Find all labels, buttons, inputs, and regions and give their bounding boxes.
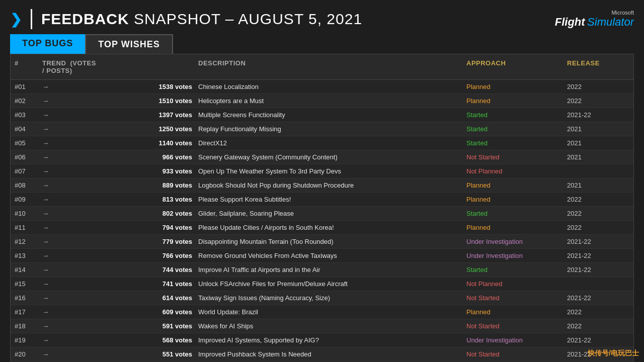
table-row: #08 → 889 votes Logbook Should Not Pop d…	[11, 178, 633, 193]
cell-approach: Started	[462, 138, 563, 148]
cell-release: 2021-22	[563, 110, 633, 120]
cell-trend: →	[38, 124, 94, 134]
cell-votes: 614 votes	[94, 293, 194, 303]
cell-votes: 779 votes	[94, 237, 194, 246]
cell-num: #16	[11, 293, 38, 303]
cell-num: #03	[11, 110, 38, 120]
cell-trend: →	[38, 96, 94, 106]
cell-num: #13	[11, 251, 38, 260]
table-body: #01 → 1538 votes Chinese Localization Pl…	[11, 80, 633, 362]
cell-votes: 744 votes	[94, 265, 194, 275]
cell-approach: Not Planned	[462, 166, 563, 176]
chevron-icon: ❯	[10, 11, 22, 28]
logo-microsoft: Microsoft	[555, 10, 634, 16]
cell-num: #12	[11, 237, 38, 246]
cell-trend: →	[38, 180, 94, 190]
logo-text: Microsoft Flight Simulator	[555, 10, 634, 29]
cell-num: #18	[11, 321, 38, 331]
cell-approach: Under Investigation	[462, 335, 563, 345]
table-row: #10 → 802 votes Glider, Sailplane, Soari…	[11, 207, 633, 221]
cell-num: #02	[11, 96, 38, 106]
cell-approach: Planned	[462, 223, 563, 232]
table-row: #06 → 966 votes Scenery Gateway System (…	[11, 150, 633, 164]
cell-desc: Replay Functionality Missing	[194, 124, 462, 134]
watermark: 快传号/电玩巴士	[588, 349, 639, 358]
table-row: #20 → 551 votes Improved Pushback System…	[11, 347, 633, 361]
cell-approach: Started	[462, 209, 563, 218]
cell-votes: 1510 votes	[94, 96, 194, 106]
cell-desc: Helicopters are a Must	[194, 96, 462, 106]
cell-release	[563, 170, 633, 172]
cell-votes: 889 votes	[94, 180, 194, 190]
table-row: #15 → 741 votes Unlock FSArchive Files f…	[11, 277, 633, 291]
cell-approach: Started	[462, 124, 563, 134]
col-num: #	[11, 58, 38, 75]
table-row: #09 → 813 votes Please Support Korea Sub…	[11, 193, 633, 207]
cell-desc: Improve AI Traffic at Airports and in th…	[194, 265, 462, 275]
cell-num: #20	[11, 349, 38, 359]
col-desc: DESCRIPTION	[194, 58, 462, 75]
tabs-row: TOP BUGS TOP WISHES	[0, 34, 644, 54]
cell-trend: →	[38, 321, 94, 331]
cell-num: #14	[11, 265, 38, 275]
table-row: #02 → 1510 votes Helicopters are a Must …	[11, 94, 633, 108]
cell-desc: Improved Pushback System Is Needed	[194, 349, 462, 359]
table-row: #05 → 1140 votes DirectX12 Started 2021	[11, 136, 633, 150]
cell-release: 2022	[563, 82, 633, 92]
cell-release: 2021-22	[563, 335, 633, 345]
cell-votes: 802 votes	[94, 209, 194, 218]
header-title: FEEDBACK SNAPSHOT – AUGUST 5, 2021	[41, 11, 362, 28]
cell-num: #06	[11, 152, 38, 162]
cell-num: #19	[11, 335, 38, 345]
cell-trend: →	[38, 307, 94, 317]
cell-desc: Wakes for AI Ships	[194, 321, 462, 331]
cell-release: 2021-22	[563, 293, 633, 303]
cell-desc: Logbook Should Not Pop during Shutdown P…	[194, 180, 462, 190]
table-row: #01 → 1538 votes Chinese Localization Pl…	[11, 80, 633, 94]
cell-desc: Chinese Localization	[194, 82, 462, 92]
cell-desc: Please Support Korea Subtitles!	[194, 195, 462, 204]
cell-trend: →	[38, 82, 94, 92]
cell-num: #17	[11, 307, 38, 317]
table-container: # TREND (VOTES / POSTS) DESCRIPTION APPR…	[10, 54, 634, 362]
cell-approach: Not Started	[462, 349, 563, 359]
cell-desc: DirectX12	[194, 138, 462, 148]
table-row: #14 → 744 votes Improve AI Traffic at Ai…	[11, 263, 633, 277]
cell-release: 2021	[563, 138, 633, 148]
table-row: #04 → 1250 votes Replay Functionality Mi…	[11, 122, 633, 136]
tab-wishes[interactable]: TOP WISHES	[85, 34, 173, 54]
cell-votes: 766 votes	[94, 251, 194, 260]
cell-trend: →	[38, 166, 94, 176]
cell-desc: Open Up The Weather System To 3rd Party …	[194, 166, 462, 176]
table-row: #03 → 1397 votes Multiple Screens Functi…	[11, 108, 633, 122]
table-row: #18 → 591 votes Wakes for AI Ships Not S…	[11, 319, 633, 333]
cell-num: #07	[11, 166, 38, 176]
header: ❯ FEEDBACK SNAPSHOT – AUGUST 5, 2021 Mic…	[0, 0, 644, 34]
cell-approach: Planned	[462, 96, 563, 106]
cell-approach: Planned	[462, 180, 563, 190]
cell-trend: →	[38, 209, 94, 218]
cell-num: #09	[11, 195, 38, 204]
table-header: # TREND (VOTES / POSTS) DESCRIPTION APPR…	[11, 54, 633, 80]
divider-line	[31, 9, 32, 29]
cell-release: 2022	[563, 223, 633, 232]
cell-votes: 591 votes	[94, 321, 194, 331]
cell-desc: Scenery Gateway System (Community Conten…	[194, 152, 462, 162]
cell-trend: →	[38, 349, 94, 359]
cell-votes: 1538 votes	[94, 82, 194, 92]
tab-bugs[interactable]: TOP BUGS	[10, 34, 85, 54]
table-row: #07 → 933 votes Open Up The Weather Syst…	[11, 164, 633, 178]
cell-trend: →	[38, 152, 94, 162]
logo-brand: Flight Simulator	[555, 19, 634, 27]
cell-trend: →	[38, 138, 94, 148]
cell-trend: →	[38, 237, 94, 246]
cell-num: #04	[11, 124, 38, 134]
table-row: #12 → 779 votes Disappointing Mountain T…	[11, 235, 633, 249]
cell-num: #08	[11, 180, 38, 190]
table-row: #13 → 766 votes Remove Ground Vehicles F…	[11, 249, 633, 263]
cell-votes: 966 votes	[94, 152, 194, 162]
cell-release: 2022	[563, 195, 633, 204]
cell-release: 2022	[563, 321, 633, 331]
cell-release: 2021-22	[563, 237, 633, 246]
cell-desc: Please Update Cities / Airports in South…	[194, 223, 462, 232]
